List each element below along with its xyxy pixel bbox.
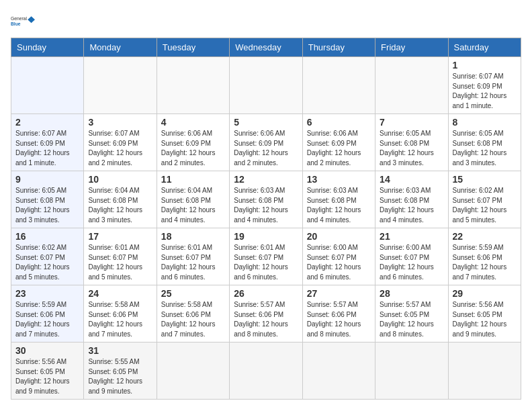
day-info: Sunrise: 5:57 AMSunset: 6:06 PMDaylight:… xyxy=(307,300,371,339)
day-info: Sunrise: 6:03 AMSunset: 6:08 PMDaylight:… xyxy=(234,186,298,225)
day-number: 2 xyxy=(15,117,79,128)
day-info: Sunrise: 6:03 AMSunset: 6:08 PMDaylight:… xyxy=(380,186,443,225)
day-info: Sunrise: 5:58 AMSunset: 6:06 PMDaylight:… xyxy=(161,300,225,339)
day-number: 13 xyxy=(307,174,371,185)
day-number: 8 xyxy=(453,117,517,128)
day-info: Sunrise: 6:06 AMSunset: 6:09 PMDaylight:… xyxy=(307,129,371,168)
day-info: Sunrise: 5:58 AMSunset: 6:06 PMDaylight:… xyxy=(88,300,152,339)
calendar-cell: 17Sunrise: 6:01 AMSunset: 6:07 PMDayligh… xyxy=(84,228,157,285)
day-number: 14 xyxy=(380,174,443,185)
day-number: 11 xyxy=(161,174,225,185)
calendar-cell: 25Sunrise: 5:58 AMSunset: 6:06 PMDayligh… xyxy=(157,285,229,342)
calendar-cell xyxy=(302,342,375,400)
calendar-week-4: 23Sunrise: 5:59 AMSunset: 6:06 PMDayligh… xyxy=(11,285,521,342)
calendar-cell: 20Sunrise: 6:00 AMSunset: 6:07 PMDayligh… xyxy=(302,228,375,285)
calendar-cell: 22Sunrise: 5:59 AMSunset: 6:06 PMDayligh… xyxy=(448,228,521,285)
day-number: 30 xyxy=(15,345,79,356)
day-info: Sunrise: 6:07 AMSunset: 6:09 PMDaylight:… xyxy=(453,72,517,111)
calendar-cell: 29Sunrise: 5:56 AMSunset: 6:05 PMDayligh… xyxy=(448,285,521,342)
day-info: Sunrise: 5:59 AMSunset: 6:06 PMDaylight:… xyxy=(453,243,517,282)
day-info: Sunrise: 6:07 AMSunset: 6:09 PMDaylight:… xyxy=(15,129,79,168)
day-number: 20 xyxy=(307,231,371,242)
calendar-cell: 8Sunrise: 6:05 AMSunset: 6:08 PMDaylight… xyxy=(448,114,521,171)
logo: General Blue xyxy=(11,11,35,31)
calendar-cell: 31Sunrise: 5:55 AMSunset: 6:05 PMDayligh… xyxy=(84,342,157,400)
day-number: 31 xyxy=(88,345,152,356)
day-number: 4 xyxy=(161,117,225,128)
day-number: 17 xyxy=(88,231,152,242)
weekday-header-sunday: Sunday xyxy=(11,38,84,57)
day-number: 5 xyxy=(234,117,298,128)
calendar-cell: 21Sunrise: 6:00 AMSunset: 6:07 PMDayligh… xyxy=(375,228,448,285)
calendar-cell: 27Sunrise: 5:57 AMSunset: 6:06 PMDayligh… xyxy=(302,285,375,342)
day-info: Sunrise: 5:56 AMSunset: 6:05 PMDaylight:… xyxy=(15,357,79,396)
calendar-cell: 18Sunrise: 6:01 AMSunset: 6:07 PMDayligh… xyxy=(157,228,229,285)
day-number: 21 xyxy=(380,231,443,242)
day-number: 10 xyxy=(88,174,152,185)
day-number: 1 xyxy=(453,60,517,71)
calendar-cell xyxy=(11,57,84,114)
svg-text:General: General xyxy=(11,16,28,21)
day-info: Sunrise: 6:00 AMSunset: 6:07 PMDaylight:… xyxy=(307,243,371,282)
calendar-cell xyxy=(375,342,448,400)
day-info: Sunrise: 6:00 AMSunset: 6:07 PMDaylight:… xyxy=(380,243,443,282)
day-number: 7 xyxy=(380,117,443,128)
day-number: 6 xyxy=(307,117,371,128)
day-number: 12 xyxy=(234,174,298,185)
day-number: 16 xyxy=(15,231,79,242)
calendar-week-5: 30Sunrise: 5:56 AMSunset: 6:05 PMDayligh… xyxy=(11,342,521,400)
weekday-header-thursday: Thursday xyxy=(302,38,375,57)
calendar-cell xyxy=(84,57,157,114)
day-info: Sunrise: 5:57 AMSunset: 6:05 PMDaylight:… xyxy=(380,300,443,339)
calendar-cell: 9Sunrise: 6:05 AMSunset: 6:08 PMDaylight… xyxy=(11,171,84,228)
page-header: General Blue xyxy=(11,11,521,31)
calendar-cell: 28Sunrise: 5:57 AMSunset: 6:05 PMDayligh… xyxy=(375,285,448,342)
calendar-cell: 5Sunrise: 6:06 AMSunset: 6:09 PMDaylight… xyxy=(230,114,302,171)
calendar-week-1: 2Sunrise: 6:07 AMSunset: 6:09 PMDaylight… xyxy=(11,114,521,171)
weekday-header-wednesday: Wednesday xyxy=(230,38,302,57)
calendar-cell: 6Sunrise: 6:06 AMSunset: 6:09 PMDaylight… xyxy=(302,114,375,171)
day-info: Sunrise: 6:04 AMSunset: 6:08 PMDaylight:… xyxy=(161,186,225,225)
calendar-cell: 11Sunrise: 6:04 AMSunset: 6:08 PMDayligh… xyxy=(157,171,229,228)
calendar-cell: 19Sunrise: 6:01 AMSunset: 6:07 PMDayligh… xyxy=(230,228,302,285)
day-number: 24 xyxy=(88,288,152,299)
day-number: 23 xyxy=(15,288,79,299)
calendar-cell xyxy=(302,57,375,114)
weekday-header-friday: Friday xyxy=(375,38,448,57)
day-info: Sunrise: 6:01 AMSunset: 6:07 PMDaylight:… xyxy=(234,243,298,282)
calendar-cell xyxy=(230,342,302,400)
calendar-cell: 10Sunrise: 6:04 AMSunset: 6:08 PMDayligh… xyxy=(84,171,157,228)
day-number: 3 xyxy=(88,117,152,128)
weekday-header-tuesday: Tuesday xyxy=(157,38,229,57)
weekday-header-monday: Monday xyxy=(84,38,157,57)
day-info: Sunrise: 5:59 AMSunset: 6:06 PMDaylight:… xyxy=(15,300,79,339)
day-number: 25 xyxy=(161,288,225,299)
day-info: Sunrise: 6:02 AMSunset: 6:07 PMDaylight:… xyxy=(15,243,79,282)
calendar-table: SundayMondayTuesdayWednesdayThursdayFrid… xyxy=(11,38,521,400)
day-info: Sunrise: 6:05 AMSunset: 6:08 PMDaylight:… xyxy=(380,129,443,168)
calendar-cell: 30Sunrise: 5:56 AMSunset: 6:05 PMDayligh… xyxy=(11,342,84,400)
calendar-cell: 23Sunrise: 5:59 AMSunset: 6:06 PMDayligh… xyxy=(11,285,84,342)
day-info: Sunrise: 6:03 AMSunset: 6:08 PMDaylight:… xyxy=(307,186,371,225)
calendar-week-3: 16Sunrise: 6:02 AMSunset: 6:07 PMDayligh… xyxy=(11,228,521,285)
svg-text:Blue: Blue xyxy=(11,21,21,26)
day-number: 15 xyxy=(453,174,517,185)
calendar-cell: 12Sunrise: 6:03 AMSunset: 6:08 PMDayligh… xyxy=(230,171,302,228)
calendar-cell: 13Sunrise: 6:03 AMSunset: 6:08 PMDayligh… xyxy=(302,171,375,228)
day-info: Sunrise: 6:07 AMSunset: 6:09 PMDaylight:… xyxy=(88,129,152,168)
calendar-week-2: 9Sunrise: 6:05 AMSunset: 6:08 PMDaylight… xyxy=(11,171,521,228)
calendar-cell: 15Sunrise: 6:02 AMSunset: 6:07 PMDayligh… xyxy=(448,171,521,228)
calendar-cell: 4Sunrise: 6:06 AMSunset: 6:09 PMDaylight… xyxy=(157,114,229,171)
day-number: 29 xyxy=(453,288,517,299)
day-number: 19 xyxy=(234,231,298,242)
day-info: Sunrise: 6:06 AMSunset: 6:09 PMDaylight:… xyxy=(161,129,225,168)
calendar-cell: 26Sunrise: 5:57 AMSunset: 6:06 PMDayligh… xyxy=(230,285,302,342)
day-number: 18 xyxy=(161,231,225,242)
weekday-header-saturday: Saturday xyxy=(448,38,521,57)
day-number: 28 xyxy=(380,288,443,299)
day-number: 26 xyxy=(234,288,298,299)
day-number: 9 xyxy=(15,174,79,185)
svg-marker-2 xyxy=(28,16,35,23)
calendar-cell xyxy=(230,57,302,114)
day-info: Sunrise: 6:05 AMSunset: 6:08 PMDaylight:… xyxy=(453,129,517,168)
